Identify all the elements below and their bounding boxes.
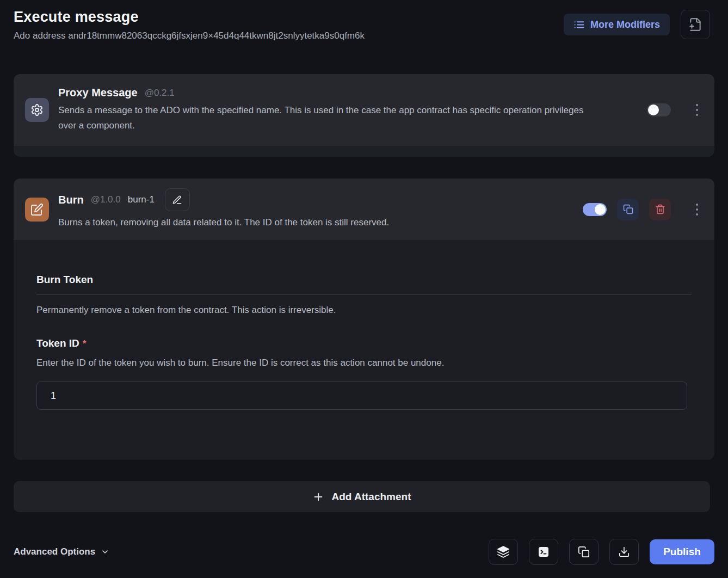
new-message-button[interactable]	[681, 10, 710, 39]
trash-icon	[655, 204, 665, 214]
chevron-down-icon	[101, 548, 109, 556]
proxy-message-card-footer	[14, 146, 714, 157]
advanced-options-label: Advanced Options	[14, 546, 95, 557]
download-icon	[618, 546, 630, 558]
publish-button[interactable]: Publish	[650, 539, 714, 564]
edit-square-icon	[25, 198, 49, 222]
copy-icon	[578, 546, 590, 558]
burn-card-header: Burn @1.0.0 burn-1 Burns a token, removi…	[14, 179, 714, 240]
advanced-options-button[interactable]: Advanced Options	[14, 546, 109, 557]
proxy-message-info: Proxy Message @0.2.1 Sends a message to …	[58, 87, 597, 133]
more-modifiers-label: More Modifiers	[590, 19, 660, 30]
more-modifiers-button[interactable]: More Modifiers	[564, 14, 670, 35]
token-id-label: Token ID*	[36, 337, 692, 349]
download-button[interactable]	[609, 539, 639, 565]
add-attachment-button[interactable]: Add Attachment	[14, 481, 710, 512]
proxy-message-version: @0.2.1	[145, 88, 175, 99]
burn-token-section-title: Burn Token	[36, 274, 692, 286]
burn-version: @1.0.0	[91, 194, 121, 205]
section-divider	[36, 294, 692, 295]
header-actions: More Modifiers	[564, 10, 710, 39]
burn-duplicate-button[interactable]	[617, 199, 639, 220]
burn-menu-button[interactable]	[690, 199, 704, 220]
add-attachment-label: Add Attachment	[331, 491, 411, 503]
burn-card: Burn @1.0.0 burn-1 Burns a token, removi…	[14, 179, 714, 460]
footer-actions: Publish	[489, 539, 714, 565]
proxy-message-controls	[647, 99, 704, 121]
file-plus-icon	[688, 17, 702, 32]
proxy-message-description: Sends a message to the ADO with the spec…	[58, 103, 597, 133]
rename-button[interactable]	[165, 188, 190, 211]
burn-toggle[interactable]	[583, 203, 607, 216]
proxy-message-menu-button[interactable]	[690, 99, 704, 121]
toggle-knob	[648, 104, 659, 115]
pencil-line-icon	[172, 195, 182, 205]
execute-message-page: Execute message Ado address andr18tmmw82…	[0, 0, 728, 578]
burn-info: Burn @1.0.0 burn-1 Burns a token, removi…	[58, 188, 389, 230]
terminal-button[interactable]	[529, 539, 558, 565]
burn-token-section-description: Permanently remove a token from the cont…	[36, 305, 692, 316]
burn-controls	[583, 199, 704, 220]
gear-icon	[25, 98, 49, 122]
layers-button[interactable]	[489, 539, 518, 565]
plus-icon	[312, 491, 324, 503]
proxy-message-title: Proxy Message	[58, 87, 138, 99]
layers-icon	[497, 545, 510, 558]
footer-bar: Advanced Options	[14, 539, 714, 565]
token-id-input[interactable]	[36, 382, 687, 410]
token-id-description: Enter the ID of the token you wish to bu…	[36, 358, 692, 368]
burn-description: Burns a token, removing all data related…	[58, 215, 389, 230]
burn-delete-button[interactable]	[649, 199, 671, 220]
proxy-message-toggle[interactable]	[647, 103, 671, 116]
proxy-message-card: Proxy Message @0.2.1 Sends a message to …	[14, 74, 714, 157]
burn-title: Burn	[58, 194, 84, 206]
proxy-message-card-header: Proxy Message @0.2.1 Sends a message to …	[14, 74, 714, 146]
burn-instance-name: burn-1	[128, 194, 155, 205]
required-marker: *	[83, 339, 87, 349]
burn-form: Burn Token Permanently remove a token fr…	[14, 240, 714, 460]
copy-message-button[interactable]	[569, 539, 599, 565]
list-icon	[573, 19, 585, 30]
terminal-icon	[537, 545, 550, 558]
copy-icon	[623, 204, 633, 214]
toggle-knob	[595, 204, 606, 215]
